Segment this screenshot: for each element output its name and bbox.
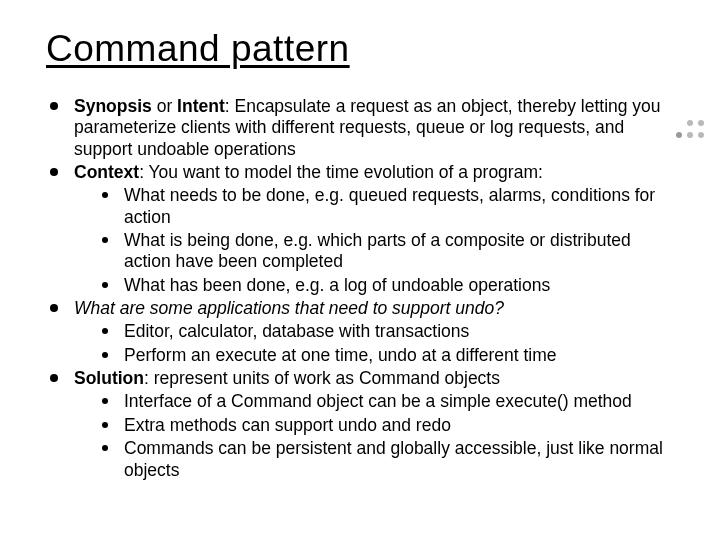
sub-list: Interface of a Command object can be a s… [74, 391, 680, 480]
sub-item: Commands can be persistent and globally … [100, 438, 680, 481]
slide-title: Command pattern [46, 28, 680, 70]
label-synopsis: Synopsis [74, 96, 152, 116]
sub-item: Editor, calculator, database with transa… [100, 321, 680, 342]
decoration-dots [676, 120, 704, 138]
label-intent: Intent [177, 96, 225, 116]
label-context: Context [74, 162, 139, 182]
question-text: What are some applications that need to … [74, 298, 504, 318]
slide: Command pattern Synopsis or Intent: Enca… [0, 0, 720, 540]
sub-item: Extra methods can support undo and redo [100, 415, 680, 436]
sub-item: What needs to be done, e.g. queued reque… [100, 185, 680, 228]
bullet-question: What are some applications that need to … [46, 298, 680, 366]
text: : You want to model the time evolution o… [139, 162, 543, 182]
sub-list: Editor, calculator, database with transa… [74, 321, 680, 366]
label-solution: Solution [74, 368, 144, 388]
sub-list: What needs to be done, e.g. queued reque… [74, 185, 680, 296]
sub-item: What has been done, e.g. a log of undoab… [100, 275, 680, 296]
bullet-solution: Solution: represent units of work as Com… [46, 368, 680, 481]
bullet-synopsis: Synopsis or Intent: Encapsulate a reques… [46, 96, 680, 160]
bullet-context: Context: You want to model the time evol… [46, 162, 680, 296]
text: or [152, 96, 177, 116]
sub-item: Perform an execute at one time, undo at … [100, 345, 680, 366]
sub-item: What is being done, e.g. which parts of … [100, 230, 680, 273]
sub-item: Interface of a Command object can be a s… [100, 391, 680, 412]
bullet-list: Synopsis or Intent: Encapsulate a reques… [46, 96, 680, 481]
text: : represent units of work as Command obj… [144, 368, 500, 388]
